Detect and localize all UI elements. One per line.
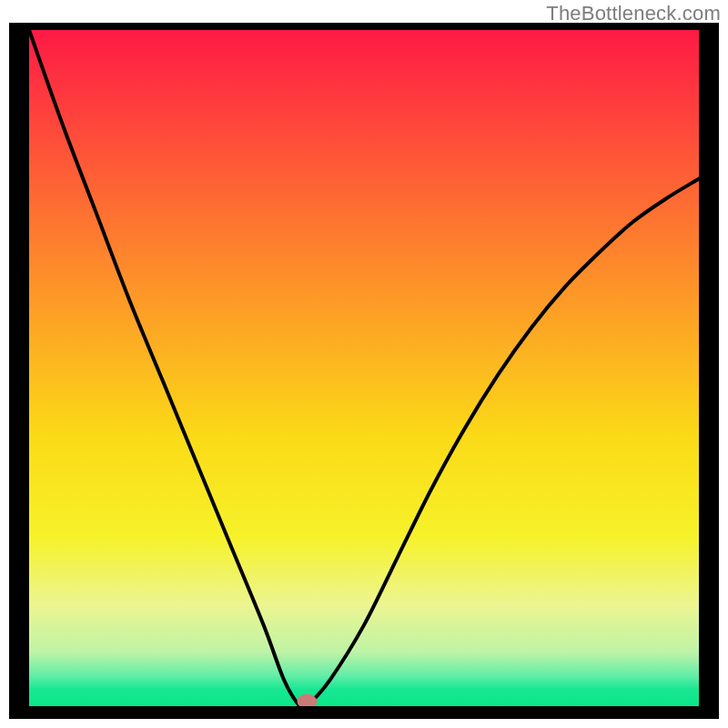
svg-rect-0 [9, 23, 29, 719]
bottleneck-chart [0, 0, 728, 728]
svg-rect-1 [699, 23, 719, 719]
svg-rect-3 [9, 706, 719, 719]
chart-background [29, 30, 699, 706]
chart-container: TheBottleneck.com [0, 0, 728, 728]
watermark-text: TheBottleneck.com [546, 2, 721, 25]
